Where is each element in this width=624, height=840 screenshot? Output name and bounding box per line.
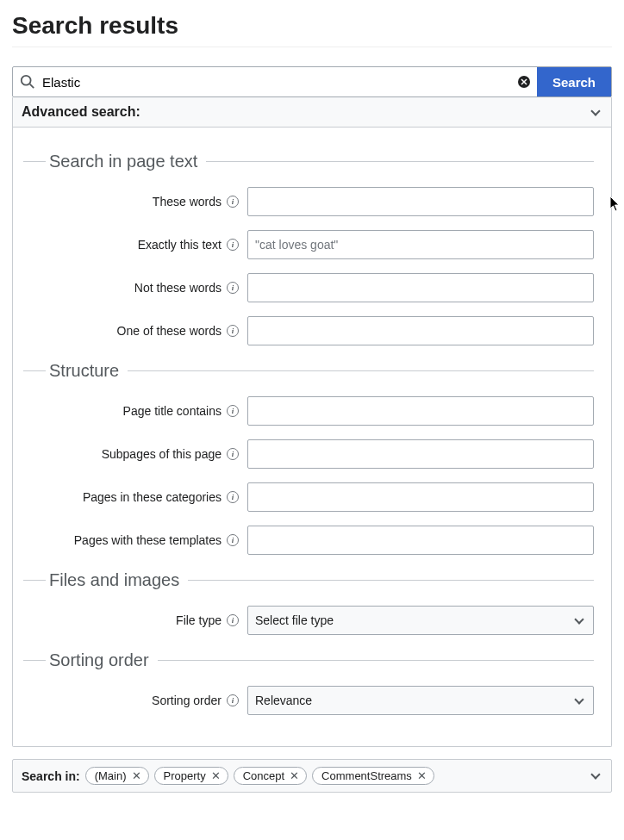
close-icon[interactable]: ✕ bbox=[209, 769, 222, 782]
namespace-chip[interactable]: Property ✕ bbox=[154, 767, 228, 785]
one-of-these-words-label: One of these words bbox=[117, 324, 222, 338]
info-icon[interactable]: i bbox=[227, 694, 239, 706]
close-icon[interactable]: ✕ bbox=[288, 769, 301, 782]
categories-label: Pages in these categories bbox=[83, 490, 222, 504]
clear-icon[interactable] bbox=[511, 76, 537, 88]
legend-files: Files and images bbox=[23, 570, 594, 590]
not-these-words-input[interactable] bbox=[247, 273, 594, 302]
info-icon[interactable]: i bbox=[227, 534, 239, 546]
info-icon[interactable]: i bbox=[227, 282, 239, 294]
chip-label: (Main) bbox=[95, 769, 127, 782]
close-icon[interactable]: ✕ bbox=[415, 769, 428, 782]
these-words-input[interactable] bbox=[247, 187, 594, 216]
info-icon[interactable]: i bbox=[227, 405, 239, 417]
file-type-selected: Select file type bbox=[255, 613, 334, 627]
subpages-input[interactable] bbox=[247, 439, 594, 469]
chevron-down-icon bbox=[590, 106, 600, 115]
page-title-contains-label: Page title contains bbox=[123, 404, 222, 418]
fieldset-sorting: Sorting order Sorting order i Relevance bbox=[47, 650, 594, 715]
svg-line-1 bbox=[30, 84, 34, 89]
namespace-chip[interactable]: CommentStreams ✕ bbox=[312, 767, 434, 785]
advanced-search-body: Search in page text These words i Exactl… bbox=[13, 127, 611, 746]
templates-label: Pages with these templates bbox=[74, 533, 222, 547]
exactly-this-text-label: Exactly this text bbox=[138, 238, 222, 252]
one-of-these-words-input[interactable] bbox=[247, 316, 594, 345]
close-icon[interactable]: ✕ bbox=[130, 769, 143, 782]
svg-point-0 bbox=[22, 76, 31, 85]
categories-input[interactable] bbox=[247, 482, 594, 512]
search-input[interactable] bbox=[42, 67, 511, 96]
page-title: Search results bbox=[12, 12, 612, 47]
legend-page-text: Search in page text bbox=[23, 152, 594, 171]
advanced-search-label: Advanced search: bbox=[22, 104, 140, 120]
fieldset-page-text: Search in page text These words i Exactl… bbox=[47, 152, 594, 345]
info-icon[interactable]: i bbox=[227, 614, 239, 626]
chevron-down-icon bbox=[574, 694, 583, 704]
sorting-order-select[interactable]: Relevance bbox=[247, 686, 594, 715]
search-bar: Search bbox=[12, 66, 612, 97]
legend-structure: Structure bbox=[23, 361, 594, 381]
info-icon[interactable]: i bbox=[227, 239, 239, 251]
chip-label: Concept bbox=[243, 769, 284, 782]
advanced-search-toggle[interactable]: Advanced search: bbox=[13, 97, 611, 127]
file-type-select[interactable]: Select file type bbox=[247, 606, 594, 635]
exactly-this-text-input[interactable] bbox=[247, 230, 594, 259]
info-icon[interactable]: i bbox=[227, 196, 239, 208]
search-icon bbox=[13, 74, 42, 90]
templates-input[interactable] bbox=[247, 526, 594, 555]
these-words-label: These words bbox=[153, 195, 222, 208]
search-in-label: Search in: bbox=[22, 769, 80, 783]
search-button[interactable]: Search bbox=[537, 67, 611, 96]
namespace-chip[interactable]: Concept ✕ bbox=[234, 767, 307, 785]
page-title-contains-input[interactable] bbox=[247, 396, 594, 426]
legend-sorting: Sorting order bbox=[23, 650, 594, 670]
chip-label: Property bbox=[164, 769, 206, 782]
info-icon[interactable]: i bbox=[227, 325, 239, 337]
chevron-down-icon bbox=[574, 614, 583, 624]
not-these-words-label: Not these words bbox=[134, 281, 222, 295]
sorting-order-selected: Relevance bbox=[255, 694, 312, 707]
info-icon[interactable]: i bbox=[227, 491, 239, 503]
chevron-down-icon bbox=[590, 769, 600, 779]
sorting-order-label: Sorting order bbox=[152, 694, 222, 707]
subpages-label: Subpages of this page bbox=[102, 447, 222, 461]
advanced-search-panel: Advanced search: Search in page text The… bbox=[12, 97, 612, 747]
namespace-chip[interactable]: (Main) ✕ bbox=[85, 767, 149, 785]
file-type-label: File type bbox=[176, 613, 222, 627]
fieldset-structure: Structure Page title contains i Subpages… bbox=[47, 361, 594, 555]
fieldset-files: Files and images File type i Select file… bbox=[47, 570, 594, 635]
chip-label: CommentStreams bbox=[321, 769, 412, 782]
search-in-bar[interactable]: Search in: (Main) ✕ Property ✕ Concept ✕… bbox=[12, 759, 612, 793]
info-icon[interactable]: i bbox=[227, 448, 239, 460]
